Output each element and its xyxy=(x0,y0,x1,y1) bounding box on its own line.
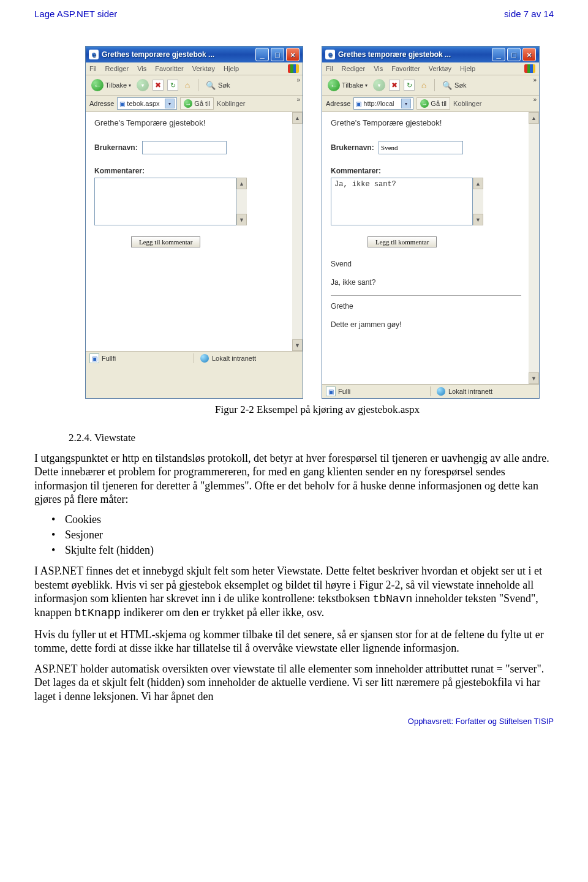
address-dropdown-icon[interactable]: ▾ xyxy=(401,99,411,108)
stop-button[interactable]: ✖ xyxy=(389,80,400,91)
address-url: tebok.aspx xyxy=(127,100,159,107)
menu-vis[interactable]: Vis xyxy=(137,65,146,72)
page-scrollbar[interactable]: ▲ ▼ xyxy=(292,112,303,351)
brukernavn-input[interactable] xyxy=(379,141,463,154)
kommentarer-label: Kommentarer: xyxy=(94,167,285,175)
menu-fil[interactable]: Fil xyxy=(326,65,333,72)
page-icon: ▣ xyxy=(326,386,336,396)
go-label: Gå til xyxy=(194,100,210,107)
menu-rediger[interactable]: Rediger xyxy=(342,65,366,72)
close-button[interactable]: × xyxy=(522,48,536,61)
scroll-up-icon[interactable]: ▲ xyxy=(292,112,303,124)
entry-text: Ja, ikke sant? xyxy=(331,278,521,287)
menu-favoritter[interactable]: Favoritter xyxy=(155,65,183,72)
textarea-scrollbar[interactable]: ▲ ▼ xyxy=(236,178,247,225)
search-button[interactable]: 🔍 Søk xyxy=(203,78,232,92)
refresh-button[interactable]: ↻ xyxy=(404,80,415,91)
page-icon: ▣ xyxy=(89,353,99,363)
forward-button[interactable]: ▾ xyxy=(137,79,149,91)
forward-button[interactable]: ▾ xyxy=(373,79,385,91)
address-input[interactable]: ▣ tebok.aspx ▾ xyxy=(117,97,177,110)
menu-rediger[interactable]: Rediger xyxy=(105,65,129,72)
bullet-list: Cookies Sesjoner Skjulte felt (hidden) xyxy=(51,513,554,557)
kommentarer-label: Kommentarer: xyxy=(331,167,521,175)
guestbook-entry: Svend Ja, ikke sant? xyxy=(331,260,521,287)
page-heading: Grethe's Temporære gjestebok! xyxy=(331,118,521,127)
submit-button[interactable]: Legg til kommentar xyxy=(131,236,200,247)
menu-hjelp[interactable]: Hjelp xyxy=(460,65,475,72)
scroll-up-icon[interactable]: ▲ xyxy=(529,112,539,124)
page-content: Grethe's Temporære gjestebok! Brukernavn… xyxy=(322,112,529,384)
addrbar-overflow-icon[interactable]: » xyxy=(533,96,537,103)
maximize-button[interactable]: □ xyxy=(271,48,284,61)
status-text: Fullfi xyxy=(102,355,116,362)
menubar: Fil Rediger Vis Favoritter Verktøy Hjelp xyxy=(322,62,539,75)
back-button[interactable]: ← Tilbake ▾ xyxy=(89,78,133,92)
go-button[interactable]: → Gå til xyxy=(417,97,450,110)
zone-label: Lokalt intranett xyxy=(448,388,492,395)
statusbar: ▣ Fulli Lokalt intranett xyxy=(322,384,539,398)
links-label[interactable]: Koblinger xyxy=(217,100,245,107)
toolbar-overflow-icon[interactable]: » xyxy=(533,77,537,83)
scroll-up-icon[interactable]: ▲ xyxy=(236,178,247,189)
entry-name: Grethe xyxy=(331,302,521,311)
back-button[interactable]: ← Tilbake ▾ xyxy=(326,78,369,92)
minimize-button[interactable]: _ xyxy=(255,48,269,61)
toolbar: ← Tilbake ▾ ▾ ✖ ↻ ⌂ 🔍 Søk » xyxy=(322,75,539,96)
search-button[interactable]: 🔍 Søk xyxy=(440,78,469,92)
back-icon: ← xyxy=(328,79,340,91)
statusbar: ▣ Fullfi Lokalt intranett xyxy=(86,351,303,365)
viewport: Grethe's Temporære gjestebok! Brukernavn… xyxy=(322,112,539,384)
submit-button[interactable]: Legg til kommentar xyxy=(368,236,437,247)
kommentarer-textarea[interactable]: Ja, ikke sant? xyxy=(331,178,473,225)
close-button[interactable]: × xyxy=(286,48,300,61)
menu-fil[interactable]: Fil xyxy=(89,65,97,72)
window-title: Grethes temporære gjestebok ... xyxy=(102,50,214,59)
scroll-down-icon[interactable]: ▼ xyxy=(473,214,483,225)
titlebar: e Grethes temporære gjestebok ... _ □ × xyxy=(86,47,303,62)
search-icon: 🔍 xyxy=(205,80,216,91)
paragraph: I utgangspunktet er http en tilstandsløs… xyxy=(34,451,554,506)
page-icon: ▣ xyxy=(356,100,361,107)
kommentarer-textarea[interactable] xyxy=(94,178,236,225)
stop-button[interactable]: ✖ xyxy=(153,80,164,91)
screenshot-figure: e Grethes temporære gjestebok ... _ □ × … xyxy=(71,46,554,399)
code-span: btKnapp xyxy=(74,607,121,619)
minimize-button[interactable]: _ xyxy=(492,48,505,61)
address-input[interactable]: ▣ http://local ▾ xyxy=(353,97,413,110)
menu-favoritter[interactable]: Favoritter xyxy=(391,65,420,72)
windows-flag-icon xyxy=(288,64,299,73)
address-bar: Adresse ▣ http://local ▾ → Gå til Koblin… xyxy=(322,96,539,112)
home-button[interactable]: ⌂ xyxy=(182,80,193,90)
search-icon: 🔍 xyxy=(442,80,453,91)
toolbar-overflow-icon[interactable]: » xyxy=(296,77,300,83)
menu-verktoy[interactable]: Verktøy xyxy=(192,65,215,72)
links-label[interactable]: Koblinger xyxy=(453,100,481,107)
windows-flag-icon xyxy=(524,64,535,73)
ie-icon: e xyxy=(89,50,99,59)
scroll-down-icon[interactable]: ▼ xyxy=(292,339,303,351)
address-dropdown-icon[interactable]: ▾ xyxy=(165,99,175,108)
home-button[interactable]: ⌂ xyxy=(418,80,429,90)
address-label: Adresse xyxy=(89,100,114,107)
brukernavn-input[interactable] xyxy=(142,141,227,154)
page-scrollbar[interactable]: ▲ ▼ xyxy=(529,112,539,384)
browser-window-left: e Grethes temporære gjestebok ... _ □ × … xyxy=(85,46,303,399)
refresh-button[interactable]: ↻ xyxy=(167,80,178,91)
page-icon: ▣ xyxy=(119,100,125,107)
addrbar-overflow-icon[interactable]: » xyxy=(296,96,300,103)
textarea-scrollbar[interactable]: ▲ ▼ xyxy=(473,178,483,225)
scroll-up-icon[interactable]: ▲ xyxy=(473,178,483,189)
window-title: Grethes temporære gjestebok ... xyxy=(338,50,451,59)
list-item: Skjulte felt (hidden) xyxy=(51,544,554,557)
scroll-down-icon[interactable]: ▼ xyxy=(236,214,247,225)
menu-vis[interactable]: Vis xyxy=(374,65,383,72)
menu-hjelp[interactable]: Hjelp xyxy=(224,65,239,72)
go-button[interactable]: → Gå til xyxy=(180,97,214,110)
ie-icon: e xyxy=(325,50,335,59)
menu-verktoy[interactable]: Verktøy xyxy=(429,65,451,72)
brukernavn-label: Brukernavn: xyxy=(94,143,138,152)
maximize-button[interactable]: □ xyxy=(507,48,521,61)
scroll-down-icon[interactable]: ▼ xyxy=(529,372,539,384)
brukernavn-label: Brukernavn: xyxy=(331,143,374,152)
